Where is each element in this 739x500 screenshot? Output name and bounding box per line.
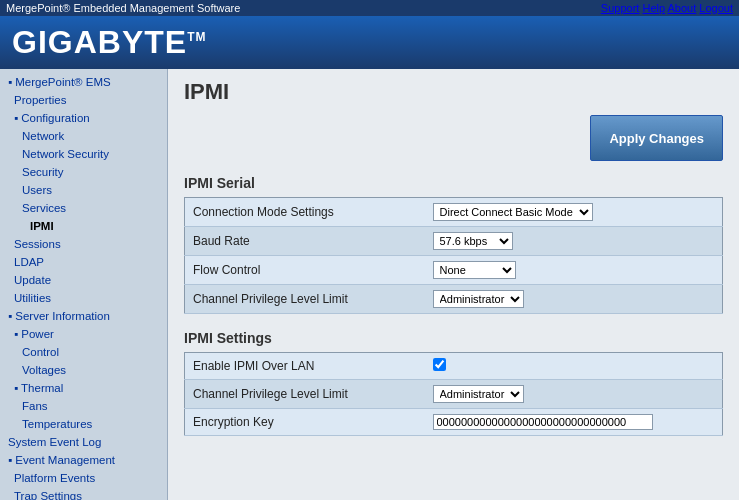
sidebar-item-security[interactable]: Security	[0, 163, 167, 181]
ipmi-text-2[interactable]	[433, 414, 653, 430]
serial-select-0[interactable]: Direct Connect Basic ModeModem ModeTermi…	[433, 203, 593, 221]
ipmi-checkbox-0[interactable]	[433, 358, 446, 371]
sidebar-item-ldap[interactable]: LDAP	[0, 253, 167, 271]
serial-field-label-0: Connection Mode Settings	[185, 198, 425, 227]
help-link[interactable]: Help	[642, 2, 665, 14]
serial-select-2[interactable]: NoneRTS/CTSXON/XOFF	[433, 261, 516, 279]
ipmi-settings-section: IPMI Settings Enable IPMI Over LANChanne…	[184, 330, 723, 436]
settings-section-title: IPMI Settings	[184, 330, 723, 346]
serial-field-label-2: Flow Control	[185, 256, 425, 285]
sidebar-item-utilities[interactable]: Utilities	[0, 289, 167, 307]
sidebar-item-network-security[interactable]: Network Security	[0, 145, 167, 163]
support-link[interactable]: Support	[601, 2, 640, 14]
serial-field-control-3[interactable]: AdministratorOperatorUser	[425, 285, 723, 314]
sidebar: ▪ MergePoint® EMSProperties▪ Configurati…	[0, 69, 168, 500]
sidebar-item-thermal[interactable]: ▪ Thermal	[0, 379, 167, 397]
serial-select-3[interactable]: AdministratorOperatorUser	[433, 290, 524, 308]
about-link[interactable]: About	[668, 2, 697, 14]
serial-section-title: IPMI Serial	[184, 175, 723, 191]
sidebar-item-voltages[interactable]: Voltages	[0, 361, 167, 379]
serial-field-control-0[interactable]: Direct Connect Basic ModeModem ModeTermi…	[425, 198, 723, 227]
serial-select-1[interactable]: 9.6 kbps19.2 kbps38.4 kbps57.6 kbps115.2…	[433, 232, 513, 250]
sidebar-item-update[interactable]: Update	[0, 271, 167, 289]
sidebar-item-sessions[interactable]: Sessions	[0, 235, 167, 253]
sidebar-item-control[interactable]: Control	[0, 343, 167, 361]
apply-changes-button[interactable]: Apply Changes	[590, 115, 723, 161]
sidebar-item-fans[interactable]: Fans	[0, 397, 167, 415]
sidebar-item-power[interactable]: ▪ Power	[0, 325, 167, 343]
ipmi-settings-table: Enable IPMI Over LANChannel Privilege Le…	[184, 352, 723, 436]
logo-bar: GIGABYTETM	[0, 16, 739, 69]
sidebar-item-server-information[interactable]: ▪ Server Information	[0, 307, 167, 325]
sidebar-item-platform-events[interactable]: Platform Events	[0, 469, 167, 487]
top-bar: MergePoint® Embedded Management Software…	[0, 0, 739, 16]
serial-field-label-1: Baud Rate	[185, 227, 425, 256]
top-links: Support Help About Logout	[601, 2, 733, 14]
sidebar-item-properties[interactable]: Properties	[0, 91, 167, 109]
ipmi-select-1[interactable]: AdministratorOperatorUser	[433, 385, 524, 403]
ipmi-field-label-0: Enable IPMI Over LAN	[185, 353, 425, 380]
ipmi-field-label-1: Channel Privilege Level Limit	[185, 380, 425, 409]
ipmi-field-control-1[interactable]: AdministratorOperatorUser	[425, 380, 723, 409]
ipmi-field-control-0[interactable]	[425, 353, 723, 380]
sidebar-item-temperatures[interactable]: Temperatures	[0, 415, 167, 433]
sidebar-item-users[interactable]: Users	[0, 181, 167, 199]
serial-field-control-1[interactable]: 9.6 kbps19.2 kbps38.4 kbps57.6 kbps115.2…	[425, 227, 723, 256]
serial-settings-table: Connection Mode SettingsDirect Connect B…	[184, 197, 723, 314]
sidebar-item-configuration[interactable]: ▪ Configuration	[0, 109, 167, 127]
sidebar-item-ipmi[interactable]: IPMI	[0, 217, 167, 235]
serial-field-control-2[interactable]: NoneRTS/CTSXON/XOFF	[425, 256, 723, 285]
ipmi-field-label-2: Encryption Key	[185, 409, 425, 436]
app-title: MergePoint® Embedded Management Software	[6, 2, 240, 14]
page-title: IPMI	[184, 79, 723, 105]
serial-field-label-3: Channel Privilege Level Limit	[185, 285, 425, 314]
sidebar-item-services[interactable]: Services	[0, 199, 167, 217]
sidebar-item-event-management[interactable]: ▪ Event Management	[0, 451, 167, 469]
logout-link[interactable]: Logout	[699, 2, 733, 14]
logo: GIGABYTETM	[12, 24, 206, 61]
ipmi-field-control-2[interactable]	[425, 409, 723, 436]
sidebar-item-system-event-log[interactable]: System Event Log	[0, 433, 167, 451]
content-area: IPMI Apply Changes IPMI Serial Connectio…	[168, 69, 739, 500]
sidebar-item-mergepoint-ems[interactable]: ▪ MergePoint® EMS	[0, 73, 167, 91]
sidebar-item-network[interactable]: Network	[0, 127, 167, 145]
sidebar-item-trap-settings[interactable]: Trap Settings	[0, 487, 167, 500]
ipmi-serial-section: IPMI Serial Connection Mode SettingsDire…	[184, 175, 723, 314]
